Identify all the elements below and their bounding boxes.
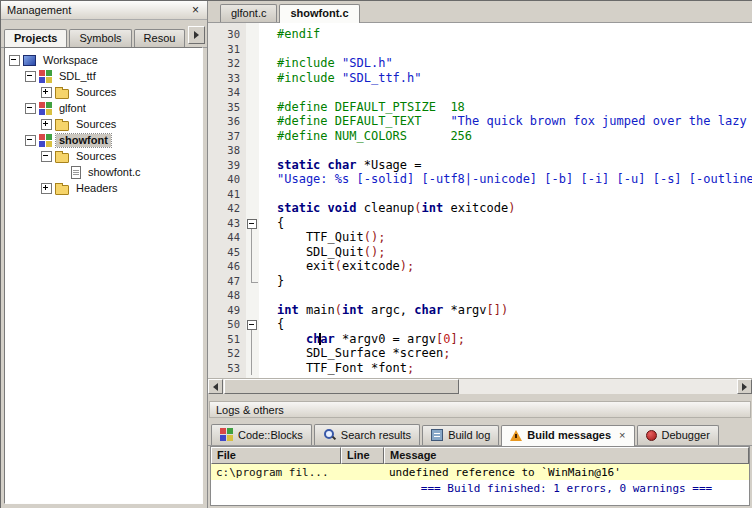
code-line-43[interactable]: 43{: [208, 216, 752, 231]
tree-item-workspace[interactable]: Workspace: [5, 52, 202, 68]
code-editor[interactable]: 30#endif3132#include "SDL.h"33#include "…: [208, 23, 752, 379]
code-text: [259, 187, 752, 202]
fold-margin: [246, 346, 259, 361]
tree-item-glfont[interactable]: glfont: [5, 100, 202, 116]
tree-item-label[interactable]: glfont: [56, 102, 89, 115]
code-text: #define DEFAULT_TEXT "The quick brown fo…: [259, 114, 752, 129]
code-line-38[interactable]: 38: [208, 143, 752, 158]
tree-item-sources[interactable]: Sources: [5, 116, 202, 132]
build-message-row[interactable]: c:\program fil...undefined reference to …: [211, 464, 749, 480]
scroll-left-button[interactable]: [208, 379, 223, 394]
logs-tab-label: Build log: [448, 429, 490, 441]
code-line-30[interactable]: 30#endif: [208, 27, 752, 42]
code-line-48[interactable]: 48: [208, 288, 752, 303]
management-tab-resou[interactable]: Resou: [134, 29, 186, 47]
tree-item-label[interactable]: showfont: [56, 134, 111, 147]
code-line-37[interactable]: 37#define NUM_COLORS 256: [208, 129, 752, 144]
collapse-icon[interactable]: [25, 103, 36, 114]
line-number: 34: [208, 85, 246, 100]
fold-collapse-icon[interactable]: [246, 317, 259, 332]
code-line-31[interactable]: 31: [208, 42, 752, 57]
close-icon[interactable]: ×: [188, 3, 203, 17]
management-titlebar[interactable]: Management ×: [1, 1, 207, 20]
tree-item-label[interactable]: SDL_ttf: [56, 70, 99, 83]
arrow-left-icon: [209, 383, 218, 391]
management-tab-projects[interactable]: Projects: [4, 29, 67, 48]
logs-tab-build-log[interactable]: Build log: [422, 425, 499, 445]
tree-item-label[interactable]: showfont.c: [85, 166, 144, 179]
code-text: #include "SDL_ttf.h": [259, 71, 752, 86]
tree-item-label[interactable]: Workspace: [40, 54, 101, 67]
build-message-row[interactable]: === Build finished: 1 errors, 0 warnings…: [211, 480, 749, 496]
tab-scroll-right-button[interactable]: [188, 26, 205, 44]
code-line-49[interactable]: 49int main(int argc, char *argv[]): [208, 303, 752, 318]
code-line-41[interactable]: 41: [208, 187, 752, 202]
logs-titlebar[interactable]: Logs & others: [209, 401, 751, 418]
management-title: Management: [7, 4, 184, 16]
folder-icon: [55, 121, 69, 131]
fold-margin: [246, 259, 259, 274]
buildmsg-icon: [510, 430, 522, 441]
collapse-icon[interactable]: [41, 151, 52, 162]
code-line-44[interactable]: 44 TTF_Quit();: [208, 230, 752, 245]
tree-item-showfont-c[interactable]: showfont.c: [5, 164, 202, 180]
code-line-45[interactable]: 45 SDL_Quit();: [208, 245, 752, 260]
tree-item-label[interactable]: Sources: [73, 86, 119, 99]
code-line-46[interactable]: 46 exit(exitcode);: [208, 259, 752, 274]
editor-tab-showfont-c[interactable]: showfont.c: [279, 4, 359, 23]
code-line-42[interactable]: 42static void cleanup(int exitcode): [208, 201, 752, 216]
fold-margin: [246, 288, 259, 303]
line-number: 39: [208, 158, 246, 173]
code-line-40[interactable]: 40"Usage: %s [-solid] [-utf8|-unicode] […: [208, 172, 752, 187]
code-line-50[interactable]: 50{: [208, 317, 752, 332]
scroll-right-button[interactable]: [737, 379, 752, 394]
code-line-36[interactable]: 36#define DEFAULT_TEXT "The quick brown …: [208, 114, 752, 129]
line-number: 44: [208, 230, 246, 245]
codeblocks-window: Management × ProjectsSymbolsResou Worksp…: [0, 0, 752, 508]
folder-icon: [55, 185, 69, 195]
expand-icon[interactable]: [41, 119, 52, 130]
code-line-53[interactable]: 53 TTF_Font *font;: [208, 361, 752, 376]
tree-item-label[interactable]: Sources: [73, 118, 119, 131]
code-line-32[interactable]: 32#include "SDL.h": [208, 56, 752, 71]
fold-collapse-icon[interactable]: [246, 216, 259, 231]
tree-item-sources[interactable]: Sources: [5, 148, 202, 164]
fold-margin: [246, 27, 259, 42]
expand-icon[interactable]: [41, 183, 52, 194]
fold-margin: [246, 332, 259, 347]
code-line-33[interactable]: 33#include "SDL_ttf.h": [208, 71, 752, 86]
tree-item-label[interactable]: Headers: [73, 182, 121, 195]
collapse-icon[interactable]: [25, 135, 36, 146]
editor-tab-glfont-c[interactable]: glfont.c: [220, 4, 277, 22]
tree-item-showfont[interactable]: showfont: [5, 132, 202, 148]
editor-area: glfont.cshowfont.c 30#endif3132#include …: [208, 1, 752, 394]
scrollbar-thumb[interactable]: [224, 379, 459, 394]
workspace-icon: [23, 55, 36, 66]
tree-item-sdl-ttf[interactable]: SDL_ttf: [5, 68, 202, 84]
logs-tab-code-blocks[interactable]: Code::Blocks: [211, 424, 312, 445]
tree-item-label[interactable]: Sources: [73, 150, 119, 163]
code-line-35[interactable]: 35#define DEFAULT_PTSIZE 18: [208, 100, 752, 115]
column-header-file[interactable]: File: [211, 447, 341, 464]
logs-tab-search-results[interactable]: Search results: [314, 424, 420, 445]
expand-icon[interactable]: [41, 87, 52, 98]
tree-item-sources[interactable]: Sources: [5, 84, 202, 100]
code-line-39[interactable]: 39static char *Usage =: [208, 158, 752, 173]
collapse-icon[interactable]: [25, 71, 36, 82]
close-tab-icon[interactable]: ×: [619, 429, 625, 441]
fold-margin: [246, 114, 259, 129]
column-header-message[interactable]: Message: [384, 447, 749, 464]
code-line-47[interactable]: 47}: [208, 274, 752, 289]
code-line-51[interactable]: 51 char *argv0 = argv[0];: [208, 332, 752, 347]
code-line-52[interactable]: 52 SDL_Surface *screen;: [208, 346, 752, 361]
tree-item-headers[interactable]: Headers: [5, 180, 202, 196]
logs-tab-bar: Code::BlocksSearch resultsBuild logBuild…: [208, 418, 752, 446]
horizontal-scrollbar[interactable]: [208, 378, 752, 394]
collapse-icon[interactable]: [9, 55, 20, 66]
logs-tab-build-messages[interactable]: Build messages×: [501, 425, 634, 446]
logs-tab-debugger[interactable]: Debugger: [637, 425, 719, 445]
management-tab-symbols[interactable]: Symbols: [69, 29, 131, 47]
line-number: 49: [208, 303, 246, 318]
code-line-34[interactable]: 34: [208, 85, 752, 100]
column-header-line[interactable]: Line: [341, 447, 384, 464]
